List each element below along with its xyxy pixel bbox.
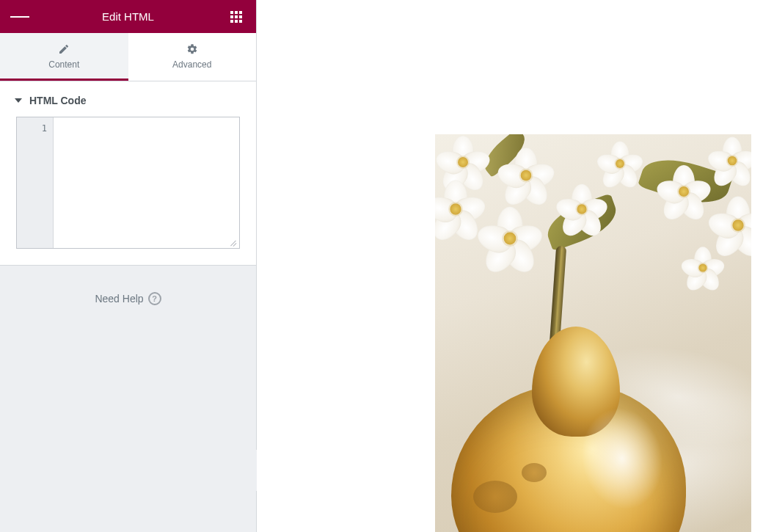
section-toggle[interactable]: HTML Code	[0, 81, 256, 117]
caret-down-icon	[15, 98, 22, 103]
tab-advanced[interactable]: Advanced	[128, 33, 257, 81]
line-number: 1	[17, 122, 47, 135]
tab-advanced-label: Advanced	[172, 59, 211, 70]
editor-panel: Edit HTML Content Advanced HTML Code	[0, 0, 257, 532]
section-html-code: HTML Code 1	[0, 81, 256, 266]
code-textarea[interactable]	[54, 117, 239, 248]
widgets-grid-icon[interactable]	[227, 7, 246, 26]
panel-header: Edit HTML	[0, 0, 256, 33]
need-help-link[interactable]: Need Help ?	[0, 266, 256, 332]
panel-tabs: Content Advanced	[0, 33, 256, 81]
pencil-icon	[58, 43, 70, 55]
menu-icon[interactable]	[10, 7, 29, 26]
help-icon: ?	[148, 292, 161, 305]
preview-image	[435, 134, 751, 532]
section-title: HTML Code	[29, 95, 87, 106]
gear-icon	[186, 43, 198, 55]
html-code-editor[interactable]: 1	[16, 117, 240, 249]
panel-title: Edit HTML	[29, 10, 227, 23]
tab-content-label: Content	[48, 59, 79, 70]
resize-handle[interactable]	[230, 238, 237, 246]
need-help-label: Need Help	[95, 293, 143, 305]
code-gutter: 1	[17, 117, 54, 248]
preview-canvas[interactable]	[257, 0, 763, 532]
tab-content[interactable]: Content	[0, 33, 128, 81]
